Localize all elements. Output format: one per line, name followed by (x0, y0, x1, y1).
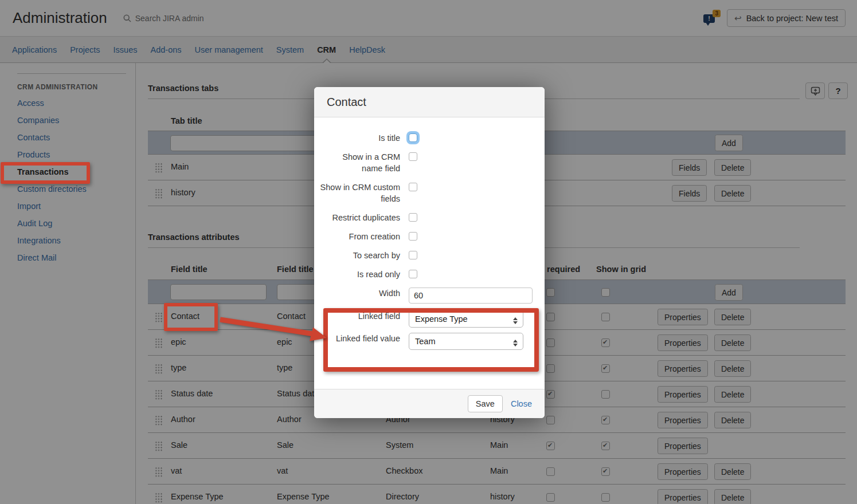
field-label-restrict-duplicates: Restrict duplicates (320, 212, 400, 223)
dialog-field-row-width: Width (314, 288, 545, 304)
to-search-by-checkbox[interactable] (409, 251, 417, 259)
annotation-box-transactions (1, 162, 90, 184)
field-label-is-title: Is title (320, 132, 400, 144)
annotation-arrow (217, 313, 331, 344)
show-in-a-crm-name-field-checkbox[interactable] (409, 152, 417, 161)
dialog-header: Contact (314, 87, 545, 117)
close-link[interactable]: Close (511, 399, 532, 408)
dialog-field-row-is-read-only: Is read only (314, 269, 545, 280)
dialog-title: Contact (327, 96, 366, 109)
dialog-field-row-is-title: Is title (314, 132, 545, 144)
field-label-is-read-only: Is read only (320, 269, 400, 280)
dialog-field-row-from-creation: From creation (314, 231, 545, 242)
field-label-to-search-by: To search by (320, 250, 400, 261)
show-in-crm-custom-fields-checkbox[interactable] (409, 183, 417, 191)
dialog-footer: Save Close (314, 389, 545, 418)
jira-admin-page: Administration ! 3 ↩ Back to project: Ne… (0, 0, 857, 504)
dialog-field-row-show-in-crm-custom-fields: Show in CRM custom fields (314, 182, 545, 204)
is-read-only-checkbox[interactable] (409, 270, 417, 278)
from-creation-checkbox[interactable] (409, 232, 417, 241)
annotation-box-linked-field-group (323, 308, 539, 372)
field-label-show-in-crm-custom-fields: Show in CRM custom fields (320, 182, 400, 204)
dialog-field-row-restrict-duplicates: Restrict duplicates (314, 212, 545, 223)
width-input[interactable] (409, 288, 533, 304)
is-title-checkbox[interactable] (409, 133, 417, 142)
field-label-show-in-a-crm-name-field: Show in a CRM name field (320, 151, 400, 174)
annotation-box-contact-row (164, 303, 218, 331)
save-button[interactable]: Save (468, 395, 503, 412)
restrict-duplicates-checkbox[interactable] (409, 213, 417, 222)
dialog-field-row-to-search-by: To search by (314, 250, 545, 261)
field-label-from-creation: From creation (320, 231, 400, 242)
dialog-field-row-show-in-a-crm-name-field: Show in a CRM name field (314, 151, 545, 174)
field-label-width: Width (320, 288, 400, 299)
